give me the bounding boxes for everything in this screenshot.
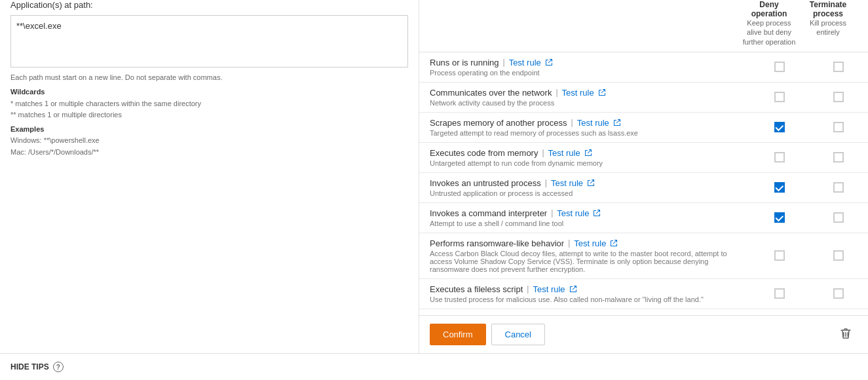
rule-info: Invokes a command interpreter | Test rul… [430, 208, 750, 227]
external-link-icon[interactable] [569, 285, 577, 293]
path-label: Application(s) at path: [10, 0, 408, 10]
terminate-checkbox-cell [809, 62, 868, 72]
rule-info: Invokes an untrusted process | Test rule… [430, 178, 750, 197]
external-link-icon[interactable] [598, 88, 606, 96]
deny-checkbox-cell [750, 212, 809, 223]
rule-actions [750, 92, 868, 102]
rule-description: Untrusted application or process is acce… [430, 189, 745, 197]
right-panel: Deny operation Keep process alive but de… [419, 0, 868, 353]
rule-name: Executes code from memory [430, 148, 538, 158]
cancel-button[interactable]: Cancel [491, 324, 545, 345]
hide-tips-label: HIDE TIPS [10, 362, 49, 371]
deny-checkbox[interactable] [774, 152, 785, 162]
deny-checkbox[interactable] [774, 62, 785, 72]
terminate-checkbox[interactable] [833, 92, 844, 102]
delete-icon[interactable] [839, 327, 852, 342]
deny-checkbox[interactable] [774, 182, 785, 193]
terminate-checkbox[interactable] [833, 62, 844, 72]
terminate-checkbox[interactable] [833, 152, 844, 162]
svg-rect-1 [845, 332, 846, 337]
rule-info: Executes a fileless script | Test rule U… [430, 284, 750, 303]
rule-name: Scrapes memory of another process [430, 118, 567, 128]
rule-actions [750, 152, 868, 162]
deny-checkbox-cell [750, 288, 809, 299]
rule-separator: | [542, 148, 544, 157]
terminate-checkbox[interactable] [833, 122, 844, 132]
test-rule-link[interactable]: Test rule [577, 118, 609, 128]
test-rule-link[interactable]: Test rule [509, 58, 541, 67]
external-link-icon[interactable] [593, 209, 601, 217]
deny-operation-header: Deny operation Keep process alive but de… [740, 0, 799, 47]
rule-info: Runs or is running | Test rule Process o… [430, 58, 750, 77]
deny-checkbox-cell [750, 62, 809, 72]
external-link-icon[interactable] [610, 239, 618, 247]
rule-title: Invokes an untrusted process | Test rule [430, 178, 745, 188]
left-panel: Application(s) at path: **\excel.exe Eac… [0, 0, 419, 353]
example-2: Mac: /Users/*/Downloads/** [10, 148, 99, 156]
rule-description: Process operating on the endpoint [430, 69, 745, 77]
rule-description: Targeted attempt to read memory of proce… [430, 129, 745, 137]
rule-actions [750, 250, 868, 261]
test-rule-link[interactable]: Test rule [574, 238, 606, 248]
test-rule-link[interactable]: Test rule [548, 148, 580, 158]
rule-title: Invokes a command interpreter | Test rul… [430, 208, 745, 218]
deny-checkbox-cell [750, 250, 809, 261]
rule-separator: | [551, 208, 553, 218]
terminate-checkbox[interactable] [833, 250, 844, 261]
rule-description: Access Carbon Black Cloud decoy files, a… [430, 250, 745, 273]
rule-row: Injects code or modifies memory of anoth… [419, 309, 868, 315]
rule-title: Performs ransomware-like behavior | Test… [430, 238, 745, 248]
rule-title: Scrapes memory of another process | Test… [430, 118, 745, 128]
deny-checkbox[interactable] [774, 212, 785, 223]
bottom-bar: HIDE TIPS ? [0, 353, 868, 380]
actions-row: Confirm Cancel [419, 315, 868, 353]
rule-row: Invokes a command interpreter | Test rul… [419, 203, 868, 233]
test-rule-link[interactable]: Test rule [533, 284, 565, 294]
example-1: Windows: **\powershell.exe [10, 136, 100, 144]
external-link-icon[interactable] [584, 149, 592, 157]
rules-scroll: Runs or is running | Test rule Process o… [419, 52, 868, 315]
help-icon[interactable]: ? [53, 362, 64, 372]
terminate-checkbox[interactable] [833, 212, 844, 223]
delete-area [839, 327, 858, 342]
content-area: Application(s) at path: **\excel.exe Eac… [0, 0, 868, 353]
external-link-icon[interactable] [613, 119, 621, 126]
rule-title: Executes code from memory | Test rule [430, 148, 745, 158]
test-rule-link[interactable]: Test rule [562, 88, 594, 98]
rule-name: Performs ransomware-like behavior [430, 238, 564, 248]
confirm-button[interactable]: Confirm [430, 324, 486, 345]
path-textarea[interactable]: **\excel.exe [10, 15, 408, 67]
test-rule-link[interactable]: Test rule [551, 178, 583, 188]
terminate-checkbox-cell [809, 182, 868, 193]
rule-row: Invokes an untrusted process | Test rule… [419, 173, 868, 203]
rule-title: Communicates over the network | Test rul… [430, 88, 745, 98]
rule-info: Executes code from memory | Test rule Un… [430, 148, 750, 167]
terminate-checkbox[interactable] [833, 288, 844, 299]
deny-checkbox[interactable] [774, 92, 785, 102]
rule-separator: | [545, 178, 547, 187]
rule-description: Attempt to use a shell / command line to… [430, 219, 745, 227]
deny-checkbox[interactable] [774, 250, 785, 261]
terminate-checkbox-cell [809, 152, 868, 162]
rule-separator: | [556, 88, 557, 97]
external-link-icon[interactable] [545, 58, 553, 66]
rule-info: Performs ransomware-like behavior | Test… [430, 238, 750, 273]
wildcards-title: Wildcards [10, 86, 408, 98]
rule-separator: | [503, 58, 505, 67]
terminate-checkbox-cell [809, 212, 868, 223]
rule-actions [750, 212, 868, 223]
terminate-checkbox[interactable] [833, 182, 844, 193]
test-rule-link[interactable]: Test rule [557, 208, 589, 218]
rule-info: Communicates over the network | Test rul… [430, 88, 750, 107]
deny-checkbox-cell [750, 122, 809, 132]
external-link-icon[interactable] [587, 179, 595, 187]
rule-description: Untargeted attempt to run code from dyna… [430, 159, 745, 167]
deny-checkbox-cell [750, 182, 809, 193]
hide-tips[interactable]: HIDE TIPS ? [10, 362, 64, 372]
rule-separator: | [568, 238, 570, 248]
rule-name: Executes a fileless script [430, 284, 523, 294]
deny-checkbox-cell [750, 152, 809, 162]
deny-checkbox[interactable] [774, 288, 785, 299]
rule-info: Scrapes memory of another process | Test… [430, 118, 750, 137]
deny-checkbox[interactable] [774, 122, 785, 132]
